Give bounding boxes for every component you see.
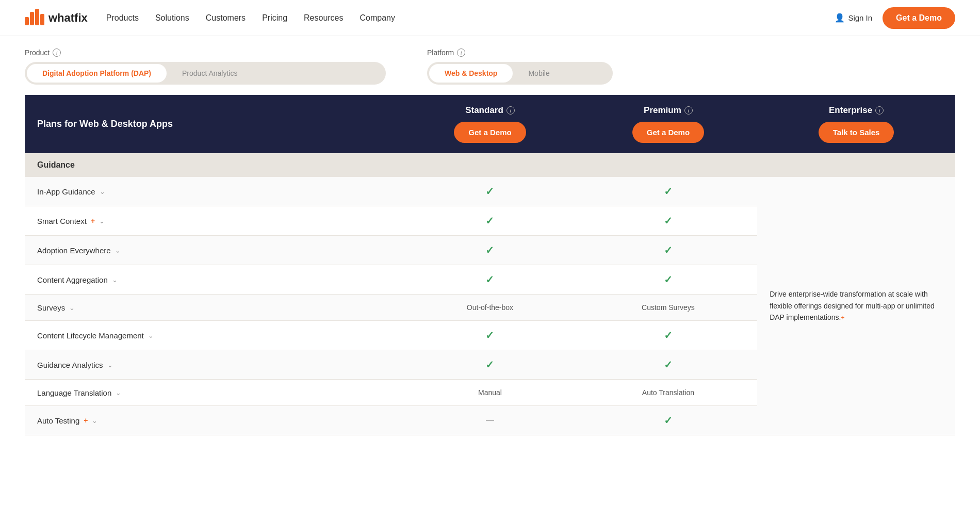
logo-icon [25, 7, 45, 29]
feature-label: Adoption Everywhere [37, 246, 111, 255]
premium-text: Auto Translation [642, 388, 694, 397]
platform-info-icon[interactable]: i [457, 48, 465, 57]
premium-get-demo-button[interactable]: Get a Demo [632, 122, 704, 143]
chevron-down-icon[interactable]: ⌄ [107, 361, 113, 369]
feature-name: In-App Guidance ⌄ [37, 187, 388, 196]
user-icon: 👤 [835, 13, 845, 23]
chevron-down-icon[interactable]: ⌄ [100, 188, 105, 196]
chevron-down-icon[interactable]: ⌄ [99, 217, 105, 225]
dash-icon: — [486, 416, 494, 425]
feature-label: Language Translation [37, 388, 111, 397]
feature-name: Language Translation ⌄ [37, 388, 388, 397]
standard-feature-value: ✓ [401, 177, 579, 206]
filter-bar: Product i Digital Adoption Platform (DAP… [0, 36, 980, 95]
check-icon: ✓ [485, 330, 494, 341]
enterprise-plan-name: Enterprise i [770, 105, 943, 116]
feature-label: Auto Testing [37, 416, 79, 425]
standard-info-icon[interactable]: i [507, 106, 515, 115]
enterprise-info-icon[interactable]: i [875, 106, 884, 115]
standard-get-demo-button[interactable]: Get a Demo [454, 122, 526, 143]
premium-feature-value: ✓ [579, 265, 757, 295]
svg-rect-2 [35, 9, 39, 25]
nav-links: Products Solutions Customers Pricing Res… [106, 13, 395, 23]
plans-header-row: Plans for Web & Desktop Apps Standard i … [25, 95, 955, 153]
premium-feature-value: ✓ [579, 406, 757, 435]
logo[interactable]: whatfix [25, 7, 88, 29]
platform-toggle-group: Web & Desktop Mobile [427, 62, 613, 85]
premium-feature-value: ✓ [579, 206, 757, 236]
product-dap-toggle[interactable]: Digital Adoption Platform (DAP) [27, 64, 167, 83]
check-icon: ✓ [485, 215, 494, 226]
feature-name-cell: Auto Testing + ⌄ [25, 406, 401, 435]
premium-info-icon[interactable]: i [684, 106, 693, 115]
feature-label: Surveys [37, 303, 65, 312]
table-row: In-App Guidance ⌄ ✓✓Drive enterprise-wid… [25, 177, 955, 206]
feature-label: Content Lifecycle Management [37, 331, 144, 340]
platform-mobile-toggle[interactable]: Mobile [513, 64, 565, 83]
chevron-down-icon[interactable]: ⌄ [92, 417, 97, 425]
platform-filter-group: Platform i Web & Desktop Mobile [427, 48, 613, 85]
chevron-down-icon[interactable]: ⌄ [116, 389, 121, 397]
plans-title: Plans for Web & Desktop Apps [25, 95, 401, 153]
enterprise-talk-sales-button[interactable]: Talk to Sales [819, 122, 894, 143]
sign-in-label: Sign In [848, 13, 872, 22]
sign-in-link[interactable]: 👤 Sign In [835, 13, 872, 23]
enterprise-plan-header: Enterprise i Talk to Sales [757, 95, 955, 153]
nav-pricing[interactable]: Pricing [262, 13, 287, 23]
platform-web-desktop-toggle[interactable]: Web & Desktop [429, 64, 513, 83]
main-content: Plans for Web & Desktop Apps Standard i … [0, 95, 980, 435]
plans-table: Plans for Web & Desktop Apps Standard i … [25, 95, 955, 435]
chevron-down-icon[interactable]: ⌄ [69, 304, 75, 312]
check-icon: ✓ [485, 245, 494, 256]
feature-name-cell: Content Aggregation ⌄ [25, 265, 401, 295]
feature-label: Guidance Analytics [37, 361, 103, 369]
feature-name-cell: Adoption Everywhere ⌄ [25, 236, 401, 265]
premium-feature-value: Custom Surveys [579, 295, 757, 321]
platform-filter-label: Platform i [427, 48, 613, 57]
feature-name-cell: In-App Guidance ⌄ [25, 177, 401, 206]
premium-plan-header: Premium i Get a Demo [579, 95, 757, 153]
check-icon: ✓ [664, 186, 673, 197]
standard-feature-value: Manual [401, 380, 579, 406]
nav-products[interactable]: Products [106, 13, 139, 23]
navbar-left: whatfix Products Solutions Customers Pri… [25, 7, 395, 29]
standard-plan-header: Standard i Get a Demo [401, 95, 579, 153]
feature-name-cell: Surveys ⌄ [25, 295, 401, 321]
feature-name-cell: Language Translation ⌄ [25, 380, 401, 406]
check-icon: ✓ [664, 415, 673, 426]
standard-feature-value: ✓ [401, 350, 579, 380]
check-icon: ✓ [485, 274, 494, 285]
feature-name: Auto Testing + ⌄ [37, 416, 388, 425]
get-demo-button-nav[interactable]: Get a Demo [883, 7, 955, 29]
product-info-icon[interactable]: i [53, 48, 61, 57]
filter-row: Product i Digital Adoption Platform (DAP… [25, 48, 955, 85]
check-icon: ✓ [664, 274, 673, 285]
standard-feature-value: — [401, 406, 579, 435]
nav-company[interactable]: Company [360, 13, 395, 23]
feature-name-cell: Guidance Analytics ⌄ [25, 350, 401, 380]
navbar: whatfix Products Solutions Customers Pri… [0, 0, 980, 36]
chevron-down-icon[interactable]: ⌄ [148, 332, 154, 339]
feature-name-cell: Smart Context + ⌄ [25, 206, 401, 236]
nav-solutions[interactable]: Solutions [155, 13, 189, 23]
standard-text: Out-of-the-box [467, 303, 513, 312]
feature-label: Content Aggregation [37, 275, 108, 284]
product-analytics-toggle[interactable]: Product Analytics [167, 64, 253, 83]
nav-resources[interactable]: Resources [304, 13, 343, 23]
enterprise-description: Drive enterprise-wide transformation at … [770, 290, 935, 321]
feature-name: Content Lifecycle Management ⌄ [37, 331, 388, 340]
check-icon: ✓ [664, 359, 673, 370]
product-toggle-group: Digital Adoption Platform (DAP) Product … [25, 62, 386, 85]
feature-plus-icon: + [91, 217, 95, 225]
standard-plan-name: Standard i [413, 105, 566, 116]
chevron-down-icon[interactable]: ⌄ [115, 247, 121, 254]
chevron-down-icon[interactable]: ⌄ [112, 276, 118, 284]
premium-feature-value: ✓ [579, 177, 757, 206]
feature-name: Guidance Analytics ⌄ [37, 361, 388, 369]
svg-rect-1 [30, 12, 34, 25]
nav-customers[interactable]: Customers [206, 13, 246, 23]
standard-feature-value: ✓ [401, 321, 579, 350]
feature-label: In-App Guidance [37, 187, 95, 196]
check-icon: ✓ [485, 186, 494, 197]
feature-name: Smart Context + ⌄ [37, 217, 388, 225]
